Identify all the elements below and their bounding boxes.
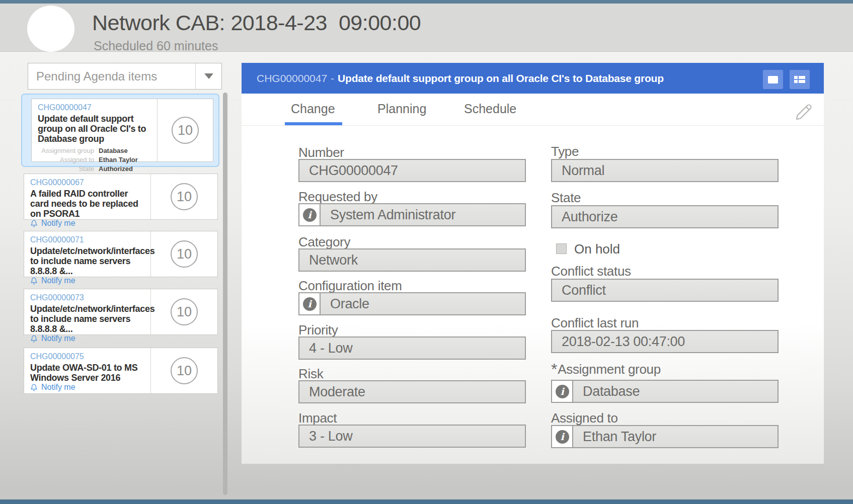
list-view-button[interactable] <box>790 70 810 89</box>
risk-input[interactable]: Moderate <box>298 380 526 403</box>
number-label: Number <box>298 145 344 160</box>
assigned-to-input[interactable]: i Ethan Taylor <box>551 425 779 448</box>
change-titlebar: CHG00000047 - Update default support gro… <box>242 63 824 94</box>
change-number-link[interactable]: CHG00000075 <box>30 352 147 361</box>
detail-value: Authorized <box>99 164 133 174</box>
meeting-duration: Scheduled 60 minutes <box>94 39 218 53</box>
chevron-down-icon <box>204 73 213 79</box>
record-tabbar: Change Planning Schedule <box>242 94 824 126</box>
card-title: Update/etc/network/interfaces to include… <box>30 304 147 334</box>
tab-change[interactable]: Change <box>291 102 335 116</box>
requested-by-label: Requested by <box>298 189 377 205</box>
configuration-item-input[interactable]: i Oracle <box>298 292 526 315</box>
agenda-card[interactable]: CHG00000071 Update/etc/network/interface… <box>24 231 218 277</box>
agenda-card[interactable]: CHG00000047 Update default support group… <box>31 99 213 162</box>
info-icon[interactable]: i <box>552 426 573 447</box>
agenda-filter-dropdown[interactable]: Pending Agenda items <box>28 63 222 90</box>
assignment-group-input[interactable]: i Database <box>551 380 779 403</box>
assignment-group-value: Database <box>573 381 778 402</box>
priority-input[interactable]: 4 - Low <box>298 337 526 360</box>
type-label: Type <box>551 144 579 159</box>
titlebar-change-number: CHG00000047 <box>257 72 327 85</box>
dropdown-arrow-button[interactable] <box>195 63 221 89</box>
notify-me-label: Notify me <box>41 276 75 285</box>
agenda-card[interactable]: CHG00000075 Update OWA-SD-01 to MS Windo… <box>24 348 218 394</box>
impact-value: 3 - Low <box>299 426 525 447</box>
duration-badge: 10 <box>171 240 198 268</box>
required-marker: * <box>551 360 557 378</box>
change-number-link[interactable]: CHG00000047 <box>38 103 154 112</box>
assigned-to-label: Assigned to <box>551 410 618 426</box>
requested-by-input[interactable]: i System Administrator <box>298 203 526 226</box>
card-title: Update default support group on all Orac… <box>38 114 154 144</box>
bell-icon <box>30 277 38 285</box>
info-icon[interactable]: i <box>552 381 573 402</box>
agenda-card[interactable]: CHG00000067 A failed RAID controller car… <box>24 174 218 220</box>
priority-value: 4 - Low <box>299 338 525 359</box>
tab-planning[interactable]: Planning <box>377 102 426 116</box>
impact-input[interactable]: 3 - Low <box>298 425 526 448</box>
notify-me-label: Notify me <box>41 383 75 392</box>
conflict-status-value: Conflict <box>552 280 778 301</box>
duration-badge: 10 <box>171 183 198 210</box>
impact-label: Impact <box>298 410 337 426</box>
duration-badge: 10 <box>171 298 198 325</box>
assigned-to-value: Ethan Taylor <box>573 426 778 447</box>
card-content: CHG00000071 Update/etc/network/interface… <box>24 231 151 277</box>
notify-me-link[interactable]: Notify me <box>30 383 147 392</box>
number-value: CHG00000047 <box>299 160 525 181</box>
bottom-chrome-bar <box>0 499 853 504</box>
titlebar-separator: - <box>331 72 334 85</box>
priority-label: Priority <box>298 322 338 338</box>
card-duration-area: 10 <box>151 231 217 277</box>
card-duration-area: 10 <box>158 99 213 161</box>
list-view-icon <box>794 75 806 84</box>
card-content: CHG00000047 Update default support group… <box>32 99 158 161</box>
card-title: Update OWA-SD-01 to MS Windows Server 20… <box>30 363 147 383</box>
left-list-scrollbar[interactable] <box>223 93 227 495</box>
info-icon[interactable]: i <box>299 293 321 314</box>
edit-pencil-icon[interactable] <box>795 103 813 121</box>
detail-value: Ethan Taylor <box>99 155 138 164</box>
avatar <box>27 6 74 52</box>
conflict-status-input[interactable]: Conflict <box>551 279 779 302</box>
card-title: A failed RAID controller card needs to b… <box>30 189 147 219</box>
card-duration-area: 10 <box>151 174 217 219</box>
assignment-group-label: *Assignment group <box>551 362 661 377</box>
card-content: CHG00000073 Update/etc/network/interface… <box>24 289 151 334</box>
cab-workbench: Network CAB: 2018-4-23 09:00:00 Schedule… <box>0 0 853 504</box>
present-view-button[interactable] <box>763 70 783 89</box>
category-value: Network <box>299 249 525 271</box>
top-chrome-bar <box>0 0 853 4</box>
change-number-link[interactable]: CHG00000067 <box>30 178 147 187</box>
notify-me-label: Notify me <box>41 334 75 343</box>
agenda-card[interactable]: CHG00000073 Update/etc/network/interface… <box>24 289 218 335</box>
meeting-header: Network CAB: 2018-4-23 09:00:00 Schedule… <box>0 4 853 52</box>
duration-badge: 10 <box>171 357 198 384</box>
notify-me-link[interactable]: Notify me <box>30 334 147 343</box>
titlebar-short-description: Update default support group on all Orac… <box>338 72 664 85</box>
number-input[interactable]: CHG00000047 <box>298 159 526 182</box>
conflict-last-run-input[interactable]: 2018-02-13 00:47:00 <box>551 330 779 353</box>
risk-label: Risk <box>298 366 323 382</box>
on-hold-checkbox[interactable] <box>556 243 567 254</box>
agenda-filter-label: Pending Agenda items <box>28 69 195 83</box>
state-value: Authorize <box>552 206 778 227</box>
info-icon[interactable]: i <box>299 204 321 225</box>
card-title: Update/etc/network/interfaces to include… <box>30 246 147 276</box>
requested-by-value: System Administrator <box>321 204 525 225</box>
type-input[interactable]: Normal <box>551 159 779 182</box>
change-number-link[interactable]: CHG00000073 <box>30 293 147 302</box>
type-value: Normal <box>552 160 778 181</box>
tab-schedule[interactable]: Schedule <box>464 102 516 116</box>
notify-me-link[interactable]: Notify me <box>30 219 147 228</box>
detail-label: Assigned to <box>38 155 94 164</box>
bell-icon <box>30 383 38 392</box>
state-input[interactable]: Authorize <box>551 205 779 228</box>
configuration-item-label: Configuration item <box>298 278 402 294</box>
change-number-link[interactable]: CHG00000071 <box>30 235 147 244</box>
category-input[interactable]: Network <box>298 248 526 272</box>
conflict-status-label: Conflict status <box>551 264 631 279</box>
detail-label: State <box>38 164 94 174</box>
notify-me-link[interactable]: Notify me <box>30 276 147 285</box>
